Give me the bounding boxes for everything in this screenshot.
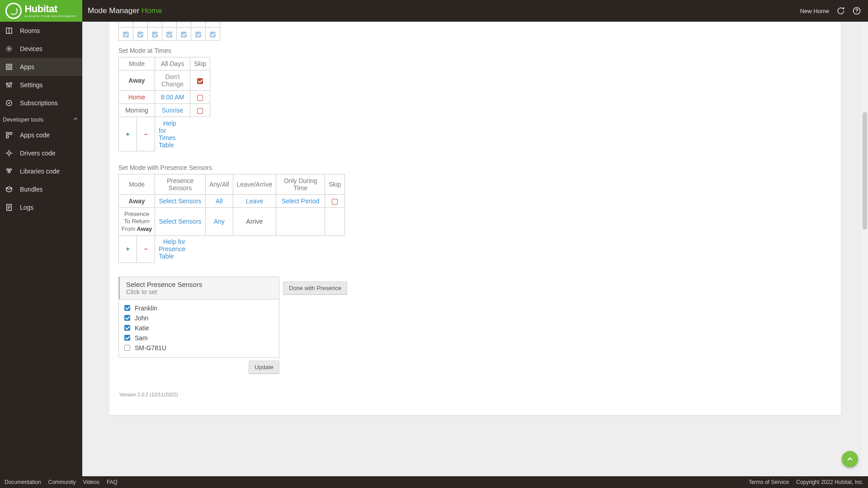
sensor-option[interactable]: Sam [124, 333, 274, 343]
sidebar-item-settings[interactable]: Settings [0, 76, 82, 94]
sensors-cell[interactable]: Select Sensors [155, 208, 206, 236]
skip-cell[interactable] [190, 70, 210, 91]
svg-rect-18 [6, 136, 9, 138]
period-cell [276, 208, 325, 236]
sidebar-item-logs[interactable]: Logs [0, 198, 82, 216]
sidebar-section-developer[interactable]: Developer tools [0, 112, 82, 126]
sidebar-item-libraries-code[interactable]: Libraries code [0, 162, 82, 180]
logo-icon [5, 3, 22, 19]
svg-rect-8 [10, 68, 12, 70]
day-check[interactable] [148, 28, 162, 41]
leavearrive-cell[interactable]: Leave [233, 195, 276, 208]
main-scroll[interactable]: Set Mode at Times Mode All Days Skip Awa… [82, 22, 868, 476]
footer-link-tos[interactable]: Terms of Service [749, 479, 789, 485]
skip-cell[interactable] [325, 195, 345, 208]
page-title-accent: Home [142, 6, 162, 15]
add-row-button[interactable]: + [119, 117, 137, 151]
th-sensors: Presence Sensors [155, 174, 206, 195]
th-la: Leave/Arrive [233, 174, 276, 195]
times-add-remove: + − Help for Times Table [118, 117, 180, 151]
apps-icon [5, 62, 14, 71]
sidebar-item-label: Subscriptions [20, 99, 58, 107]
subscriptions-icon [5, 99, 14, 108]
mode-cell[interactable]: Home [119, 91, 155, 104]
times-row: Home 8:00 AM [119, 91, 210, 104]
checkbox-icon[interactable] [124, 325, 130, 331]
day-check[interactable] [206, 28, 220, 41]
sidebar-section-label: Developer tools [3, 116, 43, 123]
sidebar-item-rooms[interactable]: Rooms [0, 22, 82, 40]
alldays-cell[interactable]: 8:00 AM [155, 91, 190, 104]
sidebar-item-devices[interactable]: Devices [0, 40, 82, 58]
sidebar-item-label: Devices [20, 45, 42, 52]
hub-name[interactable]: New Home [800, 8, 829, 14]
remove-row-button[interactable]: − [137, 117, 155, 151]
sidebar-item-label: Apps [20, 63, 34, 70]
checkbox-icon[interactable] [124, 315, 130, 321]
section-label-presence: Set Mode with Presence Sensors [118, 164, 832, 171]
scrollbar[interactable] [862, 22, 868, 476]
day-check[interactable] [191, 28, 206, 41]
page-title: Mode Manager Home [82, 6, 162, 15]
sensor-option[interactable]: Katie [124, 323, 274, 333]
alldays-cell[interactable]: Sunrise [155, 104, 190, 117]
bundles-icon [5, 185, 14, 194]
add-row-button[interactable]: + [119, 235, 137, 263]
sidebar-item-drivers-code[interactable]: Drivers code [0, 144, 82, 162]
svg-point-14 [10, 83, 12, 84]
sidebar-item-label: Logs [20, 204, 33, 211]
svg-rect-6 [10, 64, 12, 66]
footer-link-videos[interactable]: Videos [83, 479, 99, 485]
sensor-option[interactable]: SM-G781U [124, 343, 274, 353]
checkbox-icon[interactable] [124, 345, 130, 351]
sidebar-item-subscriptions[interactable]: Subscriptions [0, 94, 82, 112]
anyall-cell[interactable]: Any [206, 208, 233, 236]
chevron-up-icon [846, 455, 854, 463]
update-button[interactable]: Update [249, 361, 279, 374]
scroll-to-top-button[interactable] [842, 451, 858, 467]
th-period: Only During Time [276, 174, 325, 195]
sidebar-item-label: Rooms [20, 27, 40, 34]
day-check[interactable] [133, 28, 148, 41]
help-times-link[interactable]: Help for Times Table [159, 120, 176, 149]
sensors-cell[interactable]: Select Sensors [155, 195, 206, 208]
presence-table: Mode Presence Sensors Any/All Leave/Arri… [118, 174, 345, 236]
apps-code-icon [5, 131, 14, 140]
presence-row: Presence To Return From Away Select Sens… [119, 208, 345, 236]
mode-cell: Morning [119, 104, 155, 117]
svg-point-1 [856, 13, 857, 13]
footer-link-documentation[interactable]: Documentation [5, 479, 41, 485]
remove-row-button[interactable]: − [137, 235, 155, 263]
footer-link-community[interactable]: Community [48, 479, 76, 485]
sidebar: Rooms Devices Apps Settings Subscription… [0, 22, 82, 476]
sidebar-item-label: Settings [20, 81, 43, 89]
sidebar-item-apps-code[interactable]: Apps code [0, 126, 82, 144]
select-sensors-list: Franklin John Katie Sam SM-G781U [118, 300, 279, 358]
anyall-cell[interactable]: All [206, 195, 233, 208]
sidebar-item-label: Drivers code [20, 150, 56, 157]
sensor-option[interactable]: Franklin [124, 303, 274, 313]
footer-copyright: Copyright 2022 Hubitat, Inc. [796, 479, 863, 485]
sidebar-item-apps[interactable]: Apps [0, 58, 82, 76]
day-check[interactable] [119, 28, 133, 41]
help-presence-link[interactable]: Help for Presence Table [159, 238, 185, 260]
done-with-presence-button[interactable]: Done with Presence [283, 282, 347, 295]
logo-text-wrap: Hubitat ELEVATE YOUR ENVIRONMENT [24, 4, 76, 18]
day-check[interactable] [162, 28, 177, 41]
day-check[interactable] [177, 28, 191, 41]
sensor-option[interactable]: John [124, 313, 274, 323]
checkbox-icon[interactable] [124, 335, 130, 341]
presence-row: Away Select Sensors All Leave Select Per… [119, 195, 345, 208]
select-sensors-header[interactable]: Select Presence Sensors Click to set [118, 277, 279, 300]
chat-icon[interactable] [835, 6, 845, 16]
checkbox-icon[interactable] [124, 305, 130, 311]
footer-link-faq[interactable]: FAQ [107, 479, 118, 485]
help-icon[interactable] [852, 6, 862, 16]
period-cell[interactable]: Select Period [276, 195, 325, 208]
scrollbar-thumb[interactable] [863, 112, 867, 230]
presence-add-remove: + − Help for Presence Table [118, 235, 189, 263]
skip-cell[interactable] [190, 91, 210, 104]
sidebar-item-bundles[interactable]: Bundles [0, 180, 82, 198]
skip-cell[interactable] [190, 104, 210, 117]
logo[interactable]: Hubitat ELEVATE YOUR ENVIRONMENT [0, 0, 82, 22]
